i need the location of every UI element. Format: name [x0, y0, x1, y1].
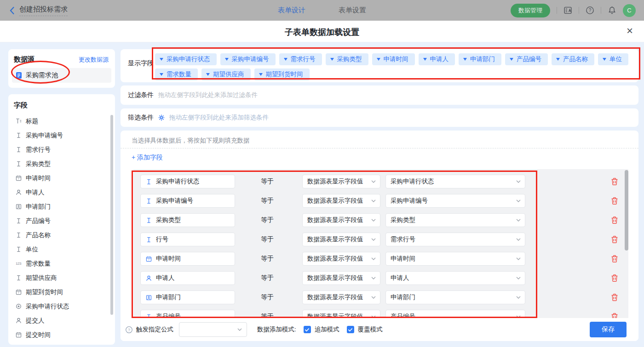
field-item[interactable]: 产品编号: [8, 214, 115, 228]
field-item[interactable]: 7 申请时间: [8, 171, 115, 185]
field-item[interactable]: 单位: [8, 242, 115, 256]
delete-rule-icon[interactable]: [610, 197, 619, 205]
display-field-tag[interactable]: 采购类型: [326, 53, 368, 65]
rule-source-value: 数据源表显示字段值: [307, 274, 363, 282]
text-icon: [15, 232, 22, 239]
gear-icon[interactable]: [158, 114, 165, 121]
rule-target-select[interactable]: 产品编号: [385, 310, 525, 318]
display-field-tag[interactable]: 期望到货时间: [254, 68, 310, 80]
rule-field-box[interactable]: 采购申请编号: [140, 194, 235, 208]
append-mode-checkbox[interactable]: 追加模式: [304, 325, 339, 334]
tab-form-design[interactable]: 表单设计: [278, 6, 305, 15]
rule-target-select[interactable]: 采购申请行状态: [385, 175, 525, 188]
add-field-button[interactable]: + 添加字段: [132, 154, 163, 162]
back-icon[interactable]: [9, 6, 15, 15]
fields-scrollbar[interactable]: [110, 115, 113, 315]
rule-field-box[interactable]: 申请人: [140, 271, 235, 285]
rule-source-select[interactable]: 数据源表显示字段值: [302, 310, 380, 318]
field-item[interactable]: 期望供应商: [8, 271, 115, 285]
rule-field-box[interactable]: 产品编号: [140, 310, 235, 318]
rule-field-box[interactable]: 申请部门: [140, 290, 235, 304]
display-field-tag[interactable]: 需求行号: [279, 53, 322, 65]
field-item[interactable]: 采购类型: [8, 157, 115, 171]
field-item[interactable]: 提交人: [8, 313, 115, 328]
formula-select[interactable]: [179, 322, 247, 337]
delete-rule-icon[interactable]: [610, 313, 619, 318]
rule-source-select[interactable]: 数据源表显示字段值: [302, 175, 380, 188]
text-icon: [15, 132, 22, 139]
rule-operator: 等于: [261, 216, 302, 224]
rule-target-select[interactable]: 申请时间: [385, 252, 525, 266]
rule-target-select[interactable]: 采购类型: [385, 213, 525, 227]
user-avatar[interactable]: C: [623, 4, 636, 17]
rule-field-label: 行号: [156, 235, 168, 244]
change-datasource-link[interactable]: 更改数据源: [79, 56, 109, 64]
delete-rule-icon[interactable]: [610, 216, 619, 224]
field-item-label: 采购申请编号: [26, 131, 63, 140]
datasource-item[interactable]: 采购需求池: [12, 68, 111, 83]
overwrite-mode-checkbox[interactable]: 覆盖模式: [347, 325, 383, 334]
rule-source-value: 数据源表显示字段值: [307, 216, 363, 224]
sieve-dropzone[interactable]: 拖动左侧字段到此处来添加筛选条件: [169, 114, 269, 122]
close-icon[interactable]: ×: [627, 24, 633, 37]
caret-down-icon: [330, 58, 334, 61]
rule-operator: 等于: [261, 255, 302, 263]
display-field-tag[interactable]: 期望供应商: [201, 68, 251, 80]
add-display-field-button[interactable]: +: [149, 58, 153, 67]
delete-rule-icon[interactable]: [610, 293, 619, 301]
rule-source-select[interactable]: 数据源表显示字段值: [302, 213, 380, 227]
rules-scrollbar[interactable]: [625, 170, 628, 250]
tab-form-settings[interactable]: 表单设置: [339, 6, 366, 15]
delete-rule-icon[interactable]: [610, 177, 619, 186]
display-field-tag[interactable]: 申请部门: [459, 53, 501, 65]
svg-text:?: ?: [128, 327, 130, 332]
rule-target-select[interactable]: 申请部门: [385, 290, 525, 304]
field-item[interactable]: 申请部门: [8, 199, 115, 214]
display-field-tag[interactable]: 采购申请编号: [220, 53, 276, 65]
help-icon[interactable]: ?: [586, 6, 594, 15]
display-field-tag[interactable]: 申请时间: [372, 53, 415, 65]
data-manage-button[interactable]: 数据管理: [511, 4, 550, 17]
field-item[interactable]: 申请人: [8, 185, 115, 199]
fields-title: 字段: [14, 101, 28, 109]
form-title[interactable]: 创建招投标需求: [19, 5, 68, 16]
display-field-tag[interactable]: 单位: [598, 53, 628, 65]
rule-field-box[interactable]: 采购类型: [140, 213, 235, 227]
rule-source-select[interactable]: 数据源表显示字段值: [302, 194, 380, 208]
rule-target-select[interactable]: 采购申请编号: [385, 194, 525, 208]
field-item[interactable]: 需求行号: [8, 142, 115, 157]
filter-dropzone[interactable]: 拖动左侧字段到此处来添加过滤条件: [158, 91, 258, 99]
bell-icon[interactable]: [608, 6, 616, 15]
display-field-tag[interactable]: 采购申请行状态: [155, 53, 217, 65]
field-item-label: 申请时间: [26, 174, 51, 182]
display-field-tag[interactable]: 需求数量: [155, 68, 198, 80]
display-field-tag[interactable]: 申请人: [419, 53, 455, 65]
rule-target-select[interactable]: 需求行号: [385, 233, 525, 246]
rule-field-box[interactable]: 7 申请时间: [140, 252, 235, 266]
rule-source-select[interactable]: 数据源表显示字段值: [302, 290, 380, 304]
rule-source-select[interactable]: 数据源表显示字段值: [302, 271, 380, 285]
delete-rule-icon[interactable]: [610, 274, 619, 282]
field-item[interactable]: 7 提交时间: [8, 328, 115, 342]
delete-rule-icon[interactable]: [610, 255, 619, 263]
rule-source-select[interactable]: 数据源表显示字段值: [302, 252, 380, 266]
rule-field-box[interactable]: 采购申请行状态: [140, 175, 235, 188]
display-field-tag[interactable]: 产品编号: [505, 53, 548, 65]
field-item[interactable]: 采购申请编号: [8, 128, 115, 142]
translate-icon[interactable]: [564, 6, 572, 15]
field-item[interactable]: 采购申请行状态: [8, 299, 115, 313]
save-button[interactable]: 保存: [590, 322, 627, 337]
delete-rule-icon[interactable]: [610, 235, 619, 244]
rule-target-select[interactable]: 申请人: [385, 271, 525, 285]
display-field-tag[interactable]: 产品名称: [552, 53, 594, 65]
rule-source-select[interactable]: 数据源表显示字段值: [302, 233, 380, 246]
divider: [601, 7, 601, 14]
overwrite-mode-label: 覆盖模式: [358, 325, 383, 334]
field-item[interactable]: 产品名称: [8, 228, 115, 242]
field-item[interactable]: 7 期望到货时间: [8, 285, 115, 299]
field-item[interactable]: 123 需求数量: [8, 256, 115, 271]
field-item[interactable]: 标题: [8, 114, 115, 128]
rule-field-box[interactable]: 行号: [140, 233, 235, 246]
display-fields-card: 显示字段 + 采购申请行状态 采购申请编号 需求行号 采购类型 申请时间 申请人…: [121, 49, 638, 82]
field-item-label: 期望供应商: [26, 274, 57, 282]
